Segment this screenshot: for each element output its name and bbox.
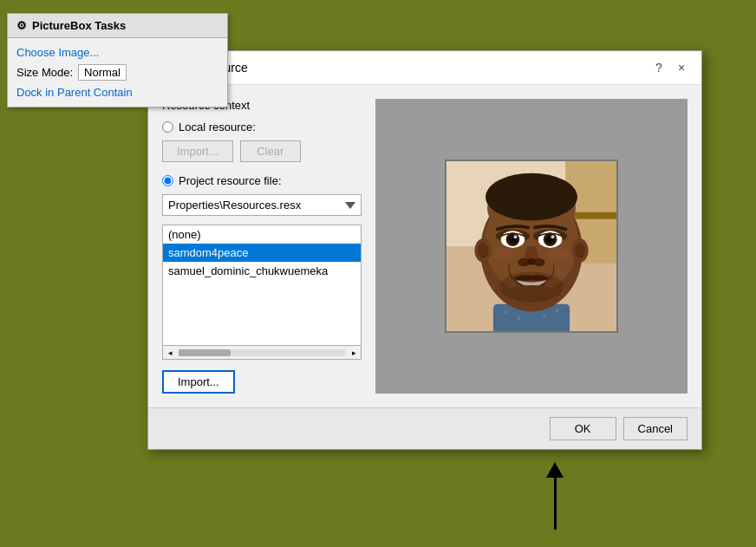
cancel-button[interactable]: Cancel xyxy=(623,417,688,440)
dock-in-parent-link[interactable]: Dock in Parent Contain xyxy=(16,83,218,101)
picturebox-tasks-header: ⚙ PictureBox Tasks xyxy=(8,14,227,38)
scroll-thumb xyxy=(179,349,231,356)
picturebox-tasks-body: Choose Image... Size Mode: Normal Dock i… xyxy=(8,38,227,107)
left-panel: Resource context Local resource: Import.… xyxy=(162,99,362,394)
dialog-footer: OK Cancel xyxy=(148,407,701,449)
listbox-item-none[interactable]: (none) xyxy=(163,225,361,244)
import-bottom-button[interactable]: Import... xyxy=(162,370,235,394)
dropdown-row: Properties\Resources.resx xyxy=(162,194,362,216)
dialog-title-buttons: ? × xyxy=(649,58,691,77)
project-resource-radio[interactable] xyxy=(162,175,173,186)
ok-button[interactable]: OK xyxy=(550,417,616,440)
svg-point-7 xyxy=(517,316,520,320)
select-resource-dialog: Select Resource ? × Resource context Loc… xyxy=(147,50,702,450)
listbox-item-samdom4peace[interactable]: samdom4peace xyxy=(163,244,361,262)
listbox-item-samuel[interactable]: samuel_dominic_chukwuemeka xyxy=(163,262,361,280)
image-preview xyxy=(445,160,618,333)
choose-image-link[interactable]: Choose Image... xyxy=(16,43,218,62)
local-resource-radio[interactable] xyxy=(162,121,173,133)
clear-button[interactable]: Clear xyxy=(240,140,301,162)
scroll-track xyxy=(179,349,345,356)
size-mode-value: Normal xyxy=(78,64,127,81)
size-mode-label: Size Mode: xyxy=(16,66,73,79)
arrow-shaft xyxy=(554,478,557,530)
picturebox-tasks-panel: ⚙ PictureBox Tasks Choose Image... Size … xyxy=(7,13,228,107)
svg-point-18 xyxy=(575,243,585,258)
svg-point-34 xyxy=(494,248,515,262)
dialog-help-button[interactable]: ? xyxy=(649,58,668,77)
resource-listbox[interactable]: (none) samdom4peace samuel_dominic_chukw… xyxy=(162,225,362,346)
picturebox-tasks-title: PictureBox Tasks xyxy=(32,19,126,32)
svg-point-14 xyxy=(486,173,577,221)
local-resource-label: Local resource: xyxy=(179,120,256,133)
local-resource-row: Local resource: xyxy=(162,120,362,133)
svg-point-10 xyxy=(555,309,558,313)
dialog-body: Resource context Local resource: Import.… xyxy=(148,85,701,407)
preview-image xyxy=(446,160,616,333)
project-resource-label: Project resource file: xyxy=(179,174,282,187)
image-preview-panel xyxy=(375,99,688,394)
dialog-close-button[interactable]: × xyxy=(672,58,691,77)
scroll-left-arrow[interactable]: ◂ xyxy=(163,346,177,360)
svg-point-6 xyxy=(505,310,508,314)
svg-point-28 xyxy=(551,235,555,238)
svg-point-17 xyxy=(478,243,488,258)
size-mode-row: Size Mode: Normal xyxy=(16,62,218,83)
svg-point-9 xyxy=(543,315,546,318)
horizontal-scrollbar[interactable]: ◂ ▸ xyxy=(162,346,362,360)
svg-point-31 xyxy=(527,258,536,265)
import-button[interactable]: Import... xyxy=(162,140,233,162)
svg-point-27 xyxy=(513,235,517,238)
svg-point-35 xyxy=(549,248,570,262)
project-resource-row: Project resource file: xyxy=(162,174,362,187)
arrow-annotation xyxy=(546,462,564,530)
scroll-right-arrow[interactable]: ▸ xyxy=(347,346,361,360)
import-clear-buttons: Import... Clear xyxy=(162,140,362,162)
wrench-icon: ⚙ xyxy=(16,19,27,32)
arrow-head xyxy=(546,462,564,478)
dialog-titlebar: Select Resource ? × xyxy=(148,51,701,85)
svg-point-33 xyxy=(499,271,564,302)
resource-file-dropdown[interactable]: Properties\Resources.resx xyxy=(162,194,362,216)
